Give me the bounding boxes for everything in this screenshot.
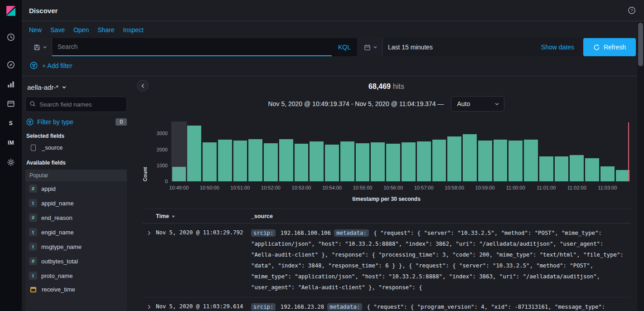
index-pattern-selector[interactable]: aella-adr-* <box>25 82 127 97</box>
field-item-receive_time[interactable]: receive_time <box>25 283 127 296</box>
histogram-bar[interactable] <box>539 156 553 181</box>
histogram-bucket[interactable] <box>294 121 309 181</box>
field-item-engid_name[interactable]: tengid_name <box>25 225 127 239</box>
histogram-bucket[interactable] <box>600 121 615 181</box>
histogram-bar[interactable] <box>203 142 217 181</box>
dashboard-icon[interactable] <box>5 99 17 108</box>
histogram-bar[interactable] <box>447 136 461 181</box>
histogram-bucket[interactable] <box>401 121 416 181</box>
app-s-icon[interactable]: S <box>5 119 17 128</box>
histogram-bucket[interactable] <box>386 121 401 181</box>
histogram-bucket[interactable] <box>202 121 218 181</box>
histogram-bucket[interactable] <box>523 121 539 181</box>
histogram-bar[interactable] <box>218 140 232 181</box>
histogram-bucket[interactable] <box>232 121 248 181</box>
histogram-bar[interactable] <box>570 155 584 181</box>
histogram-bucket[interactable] <box>462 121 478 181</box>
histogram-bar[interactable] <box>616 170 630 181</box>
histogram-bar[interactable] <box>386 144 400 181</box>
search-input[interactable] <box>52 38 332 56</box>
histogram-bucket[interactable] <box>263 121 279 181</box>
time-range-display[interactable]: Last 15 minutes <box>383 44 541 51</box>
histogram-bucket[interactable] <box>217 121 232 181</box>
histogram-bucket[interactable] <box>493 121 508 181</box>
column-header-time[interactable]: Time <box>156 213 251 219</box>
histogram-bar[interactable] <box>248 139 262 181</box>
histogram-bar[interactable] <box>295 144 309 181</box>
histogram-bar[interactable] <box>402 142 416 181</box>
histogram-bar[interactable] <box>310 141 324 181</box>
histogram-bar[interactable] <box>478 141 492 181</box>
histogram-bucket[interactable] <box>585 121 600 181</box>
histogram-bucket[interactable] <box>187 121 202 181</box>
histogram-bar[interactable] <box>524 140 538 181</box>
histogram-bucket[interactable] <box>355 121 370 181</box>
field-item-msgtype_name[interactable]: tmsgtype_name <box>25 239 127 254</box>
interval-select[interactable]: Auto <box>451 96 504 112</box>
menu-new[interactable]: New <box>29 26 42 34</box>
collapse-sidebar-button[interactable] <box>137 80 149 92</box>
kql-toggle[interactable]: KQL <box>332 38 357 56</box>
histogram-bucket[interactable] <box>278 121 294 181</box>
histogram-bar[interactable] <box>356 143 370 181</box>
histogram-bar[interactable] <box>585 158 599 181</box>
histogram-bucket[interactable] <box>569 121 585 181</box>
filter-by-type-link[interactable]: Filter by type <box>37 118 73 126</box>
histogram-bucket[interactable] <box>248 121 263 181</box>
histogram-bar[interactable] <box>340 141 354 181</box>
menu-inspect[interactable]: Inspect <box>123 26 144 34</box>
histogram-bar[interactable] <box>555 156 569 181</box>
histogram-bar[interactable] <box>463 134 477 181</box>
calendar-button[interactable] <box>359 38 383 56</box>
refresh-button[interactable]: Refresh <box>583 38 636 56</box>
histogram-bar[interactable] <box>264 143 278 181</box>
field-item-appid_name[interactable]: tappid_name <box>25 196 127 210</box>
histogram-bar[interactable] <box>172 167 186 181</box>
histogram-bar[interactable] <box>600 166 615 181</box>
field-item-proto_name[interactable]: tproto_name <box>25 268 127 283</box>
visualize-icon[interactable] <box>5 80 17 89</box>
histogram-bucket[interactable] <box>370 121 386 181</box>
filter-icon[interactable] <box>30 62 38 69</box>
histogram-bar[interactable] <box>417 141 431 181</box>
app-im-icon[interactable]: IM <box>5 138 17 147</box>
histogram-bar[interactable] <box>233 141 247 181</box>
histogram-bar[interactable] <box>508 141 523 181</box>
discover-icon[interactable] <box>5 60 17 69</box>
histogram-bucket[interactable] <box>538 121 554 181</box>
expand-row-button[interactable] <box>142 301 156 310</box>
menu-share[interactable]: Share <box>97 26 114 34</box>
show-dates-link[interactable]: Show dates <box>541 44 581 51</box>
kibana-logo[interactable] <box>0 0 22 22</box>
histogram-bucket[interactable] <box>324 121 340 181</box>
histogram-bucket[interactable] <box>508 121 523 181</box>
add-filter-link[interactable]: + Add filter <box>42 62 73 69</box>
field-item-outbytes_total[interactable]: #outbytes_total <box>25 254 127 268</box>
settings-icon[interactable] <box>5 158 17 167</box>
menu-open[interactable]: Open <box>73 26 89 34</box>
histogram-bucket[interactable] <box>447 121 462 181</box>
field-item-_source[interactable]: _source <box>25 141 127 154</box>
histogram-bucket[interactable] <box>554 121 569 181</box>
histogram-bucket[interactable] <box>339 121 355 181</box>
histogram-bucket[interactable] <box>431 121 447 181</box>
saved-query-button[interactable] <box>29 38 52 56</box>
histogram-bar[interactable] <box>279 139 293 181</box>
histogram-bar[interactable] <box>371 142 385 181</box>
histogram-bar[interactable] <box>325 145 339 181</box>
scrollbar[interactable] <box>637 22 644 311</box>
histogram-bucket[interactable] <box>477 121 493 181</box>
expand-row-button[interactable] <box>142 228 156 236</box>
histogram-bucket[interactable] <box>171 121 187 181</box>
scrollbar-thumb[interactable] <box>638 23 643 66</box>
histogram-bar[interactable] <box>432 140 446 181</box>
histogram-bar[interactable] <box>494 140 508 181</box>
histogram-bucket[interactable] <box>416 121 431 181</box>
histogram-bucket[interactable] <box>309 121 324 181</box>
menu-save[interactable]: Save <box>50 26 65 34</box>
field-search-input[interactable] <box>25 97 127 112</box>
recent-icon[interactable] <box>5 33 17 42</box>
field-item-appid[interactable]: #appid <box>25 181 127 196</box>
histogram-bar[interactable] <box>187 126 201 181</box>
help-icon[interactable]: ? <box>628 6 636 15</box>
